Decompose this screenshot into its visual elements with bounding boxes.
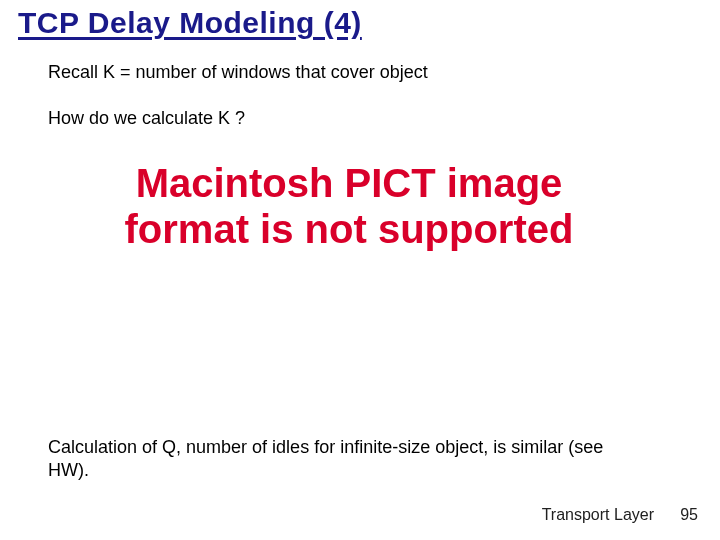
slide-title: TCP Delay Modeling (4): [18, 6, 362, 40]
slide: TCP Delay Modeling (4) Recall K = number…: [0, 0, 720, 540]
recall-text: Recall K = number of windows that cover …: [48, 62, 428, 83]
calculation-note: Calculation of Q, number of idles for in…: [48, 436, 648, 483]
footer-section-label: Transport Layer: [542, 506, 654, 524]
footer-page-number: 95: [680, 506, 698, 524]
pict-error-placeholder: Macintosh PICT image format is not suppo…: [119, 160, 579, 252]
question-text: How do we calculate K ?: [48, 108, 245, 129]
